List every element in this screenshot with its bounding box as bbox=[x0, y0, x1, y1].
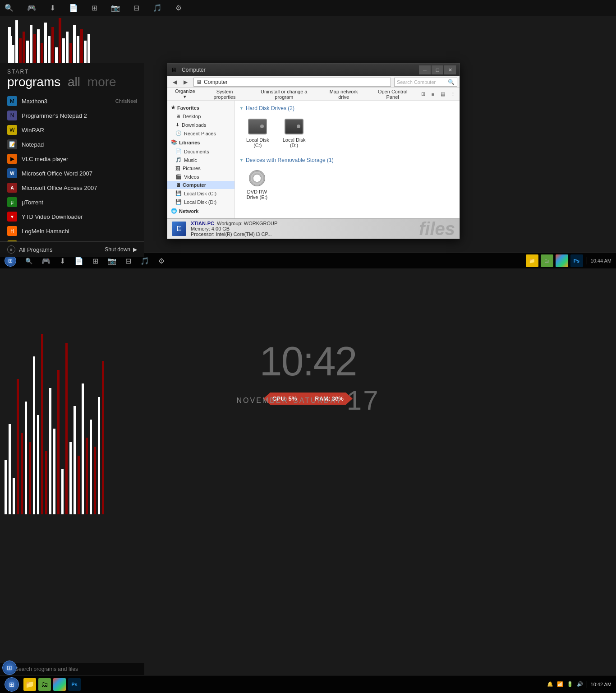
sep-mid bbox=[587, 257, 587, 264]
doc-icon-mid[interactable]: 📄 bbox=[74, 257, 83, 265]
taskbar-top: 🔍 🎮 ⬇ 📄 ⊞ 📷 ⊟ 🎵 ⚙ bbox=[0, 0, 616, 16]
gamepad-icon-mid[interactable]: 🎮 bbox=[41, 257, 51, 265]
libraries-header[interactable]: 📚 Libraries bbox=[167, 138, 234, 147]
program-ytd[interactable]: ▼ YTD Video Downloader bbox=[0, 209, 144, 224]
search-icon-mid[interactable]: 🔍 bbox=[25, 258, 32, 264]
windows-icon[interactable]: ⊞ bbox=[92, 4, 97, 12]
gamepad-icon[interactable]: 🎮 bbox=[27, 4, 36, 12]
nav-music[interactable]: 🎵 Music bbox=[167, 156, 234, 164]
nav-recent[interactable]: 🕒 Recent Places bbox=[167, 129, 234, 138]
back-button[interactable]: ◀ bbox=[170, 78, 179, 87]
uninstall-button[interactable]: Uninstall or change a program bbox=[249, 87, 319, 102]
address-bar[interactable]: 🖥 Computer bbox=[193, 78, 391, 87]
hard-disk-section: Hard Disk Drives (2) bbox=[239, 105, 455, 111]
all-programs-button[interactable]: ≡ All Programs bbox=[7, 245, 52, 254]
program-vlc[interactable]: ▶ VLC media player bbox=[0, 152, 144, 166]
nav-downloads[interactable]: ⬇ Downloads bbox=[167, 120, 234, 129]
colorful-icon-bottom[interactable] bbox=[53, 678, 66, 691]
start-orb-main[interactable]: ⊞ bbox=[5, 677, 19, 692]
nav-documents[interactable]: 📄 Documents bbox=[167, 147, 234, 156]
files-icon-bottom[interactable]: 🗂 bbox=[38, 678, 51, 691]
documents-icon: 📄 bbox=[175, 148, 182, 154]
taskbar-right-area: 🔔 📶 🔋 🔊 10:42 AM bbox=[547, 681, 611, 688]
drive-c[interactable]: Local Disk(C:) bbox=[244, 115, 271, 150]
program-winrar[interactable]: W WinRAR bbox=[0, 123, 144, 137]
folder-icon-bottom[interactable]: 📁 bbox=[23, 678, 36, 691]
top-bars-decoration bbox=[0, 16, 144, 63]
colorful-icon-mid[interactable] bbox=[556, 254, 568, 267]
nav-videos[interactable]: 🎬 Videos bbox=[167, 172, 234, 181]
program-notepad2[interactable]: N Programmer's Notepad 2 bbox=[0, 108, 144, 123]
view-list-button[interactable]: ≡ bbox=[428, 90, 437, 99]
separator bbox=[587, 681, 587, 688]
organize-button[interactable]: Organize ▾ bbox=[170, 87, 200, 102]
bottom-tray-icons: 📁 🗂 Ps bbox=[23, 678, 81, 691]
clock-date: NOVEMBER SATURDAY 17 bbox=[236, 385, 379, 416]
settings-icon[interactable]: ⚙ bbox=[175, 4, 182, 12]
music-icon-mid[interactable]: 🎵 bbox=[140, 257, 149, 265]
map-drive-button[interactable]: Map network drive bbox=[321, 87, 367, 102]
favorites-header[interactable]: ★ Favorites bbox=[167, 103, 234, 112]
programs-list: M Maxthon3 ChrisNeel N Programmer's Note… bbox=[0, 92, 144, 241]
utorrent-icon: μ bbox=[7, 197, 17, 207]
music-icon[interactable]: 🎵 bbox=[153, 4, 162, 12]
nav-desktop[interactable]: 🖥 Desktop bbox=[167, 112, 234, 120]
files-watermark: files bbox=[419, 219, 455, 239]
vlc-label: VLC media player bbox=[22, 156, 68, 162]
program-notepad[interactable]: 📝 Notepad bbox=[0, 137, 144, 152]
word-icon: W bbox=[7, 168, 17, 178]
disk-c-label: Local Disk (C:) bbox=[184, 191, 216, 196]
settings-icon-mid[interactable]: ⚙ bbox=[158, 257, 165, 265]
search-icon-top[interactable]: 🔍 bbox=[5, 4, 14, 12]
program-access[interactable]: A Microsoft Office Access 2007 bbox=[0, 180, 144, 195]
winrar-label: WinRAR bbox=[22, 127, 44, 134]
view-options-button[interactable]: ⋮ bbox=[448, 90, 457, 99]
rec-icon-mid[interactable]: ⊟ bbox=[125, 257, 131, 265]
nav-computer[interactable]: 🖥 Computer bbox=[167, 181, 234, 189]
document-icon[interactable]: 📄 bbox=[69, 4, 78, 12]
forward-button[interactable]: ▶ bbox=[180, 78, 190, 87]
program-hamachi[interactable]: H LogMeIn Hamachi bbox=[0, 224, 144, 238]
cam-icon-mid[interactable]: 📷 bbox=[107, 257, 116, 265]
nav-local-d[interactable]: 💾 Local Disk (D:) bbox=[167, 198, 234, 206]
drive-e[interactable]: DVD RWDrive (E:) bbox=[244, 167, 270, 202]
mid-time: 10:44 AM bbox=[591, 258, 611, 263]
program-borderlands[interactable]: B Play Borderlands 2 nosTEAM bbox=[0, 238, 144, 241]
start-orb-bottom[interactable]: ⊞ bbox=[2, 661, 17, 675]
control-panel-button[interactable]: Open Control Panel bbox=[368, 87, 417, 102]
record-icon[interactable]: ⊟ bbox=[133, 4, 139, 12]
search-box-explorer[interactable]: Search Computer 🔍 bbox=[394, 78, 457, 87]
folder-icon-mid[interactable]: 📁 bbox=[526, 254, 538, 267]
window-titlebar: 🖥 Computer ─ □ ✕ bbox=[167, 64, 460, 76]
camera-icon[interactable]: 📷 bbox=[111, 4, 120, 12]
files-icon-mid[interactable]: 🗂 bbox=[541, 254, 553, 267]
pc-icon: 🖥 bbox=[172, 222, 186, 236]
explorer-content: ★ Favorites 🖥 Desktop ⬇ Downloads 🕒 Rece… bbox=[167, 101, 460, 218]
download-icon[interactable]: ⬇ bbox=[50, 4, 55, 12]
ps-icon-bottom[interactable]: Ps bbox=[68, 678, 81, 691]
all-programs-icon: ≡ bbox=[7, 245, 15, 254]
close-button[interactable]: ✕ bbox=[444, 65, 456, 74]
system-properties-button[interactable]: System properties bbox=[202, 87, 247, 102]
view-details-button[interactable]: ▤ bbox=[438, 90, 447, 99]
drive-d[interactable]: Local Disk(D:) bbox=[280, 115, 308, 150]
maximize-button[interactable]: □ bbox=[432, 65, 443, 74]
nav-local-c[interactable]: 💾 Local Disk (C:) bbox=[167, 189, 234, 198]
win-icon-mid[interactable]: ⊞ bbox=[92, 257, 98, 265]
shutdown-button[interactable]: Shut down ▶ bbox=[105, 246, 137, 253]
navigation-bar: ◀ ▶ 🖥 Computer Search Computer 🔍 bbox=[167, 76, 460, 88]
clock-widget: 10:42 NOVEMBER SATURDAY 17 bbox=[236, 338, 379, 416]
network-header[interactable]: 🌐 Network bbox=[167, 206, 234, 216]
minimize-button[interactable]: ─ bbox=[419, 65, 431, 74]
search-input[interactable] bbox=[15, 666, 105, 672]
view-tiles-button[interactable]: ⊞ bbox=[418, 90, 428, 99]
favorites-icon: ★ bbox=[171, 105, 175, 111]
start-orb-icon[interactable]: ⊞ bbox=[2, 661, 17, 675]
battery-icon: 🔋 bbox=[567, 681, 573, 687]
program-word[interactable]: W Microsoft Office Word 2007 bbox=[0, 166, 144, 180]
nav-pictures[interactable]: 🖼 Pictures bbox=[167, 164, 234, 172]
ps-icon-mid[interactable]: Ps bbox=[570, 254, 583, 267]
download-icon-mid[interactable]: ⬇ bbox=[60, 257, 65, 265]
program-maxthon[interactable]: M Maxthon3 ChrisNeel bbox=[0, 94, 144, 108]
program-utorrent[interactable]: μ µTorrent bbox=[0, 195, 144, 209]
